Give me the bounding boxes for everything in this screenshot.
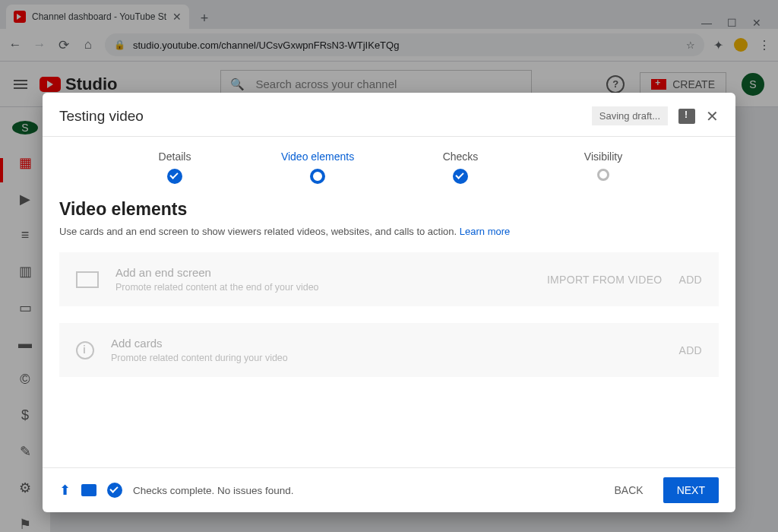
video-upload-dialog: Testing video Saving draft... ✕ Details … xyxy=(43,93,735,512)
card-title: Add cards xyxy=(111,337,679,350)
next-button[interactable]: NEXT xyxy=(663,477,719,503)
step-visibility[interactable]: Visibility xyxy=(532,150,675,181)
step-pending-icon xyxy=(597,169,609,181)
dialog-content: Video elements Use cards and an end scre… xyxy=(43,192,735,467)
dialog-header: Testing video Saving draft... ✕ xyxy=(43,93,735,136)
footer-status: Checks complete. No issues found. xyxy=(133,485,294,496)
step-checks[interactable]: Checks xyxy=(389,150,532,184)
dialog-title: Testing video xyxy=(59,108,144,125)
close-icon[interactable]: ✕ xyxy=(706,107,719,125)
processing-icon[interactable] xyxy=(81,484,96,496)
checks-complete-icon xyxy=(107,483,122,498)
step-check-icon xyxy=(453,169,468,184)
back-button[interactable]: BACK xyxy=(606,478,653,502)
upload-icon[interactable]: ⬆ xyxy=(59,482,71,499)
card-title: Add an end screen xyxy=(115,266,547,279)
cards-card: Add cards Promote related content during… xyxy=(59,323,719,377)
step-video-elements[interactable]: Video elements xyxy=(246,150,389,184)
step-check-icon xyxy=(167,169,182,184)
step-details[interactable]: Details xyxy=(103,150,246,184)
stepper: Details Video elements Checks Visibility xyxy=(43,137,735,192)
step-label: Video elements xyxy=(246,150,389,163)
feedback-icon[interactable] xyxy=(678,109,695,124)
saving-draft-badge: Saving draft... xyxy=(592,106,668,125)
import-from-video-button[interactable]: IMPORT FROM VIDEO xyxy=(547,274,663,286)
info-icon xyxy=(76,341,94,359)
section-description-text: Use cards and an end screen to show view… xyxy=(59,226,457,237)
card-subtitle: Promote related content at the end of yo… xyxy=(115,282,547,293)
section-title: Video elements xyxy=(59,199,719,220)
step-label: Checks xyxy=(389,150,532,163)
add-end-screen-button[interactable]: ADD xyxy=(679,274,702,286)
end-screen-card: Add an end screen Promote related conten… xyxy=(59,252,719,306)
dialog-footer: ⬆ Checks complete. No issues found. BACK… xyxy=(43,467,735,512)
section-description: Use cards and an end screen to show view… xyxy=(59,226,719,237)
card-subtitle: Promote related content during your vide… xyxy=(111,353,679,363)
step-label: Details xyxy=(103,150,246,163)
step-label: Visibility xyxy=(532,150,675,163)
learn-more-link[interactable]: Learn more xyxy=(460,226,510,237)
add-cards-button[interactable]: ADD xyxy=(679,344,702,356)
end-screen-icon xyxy=(76,271,99,288)
step-current-icon xyxy=(310,169,325,184)
